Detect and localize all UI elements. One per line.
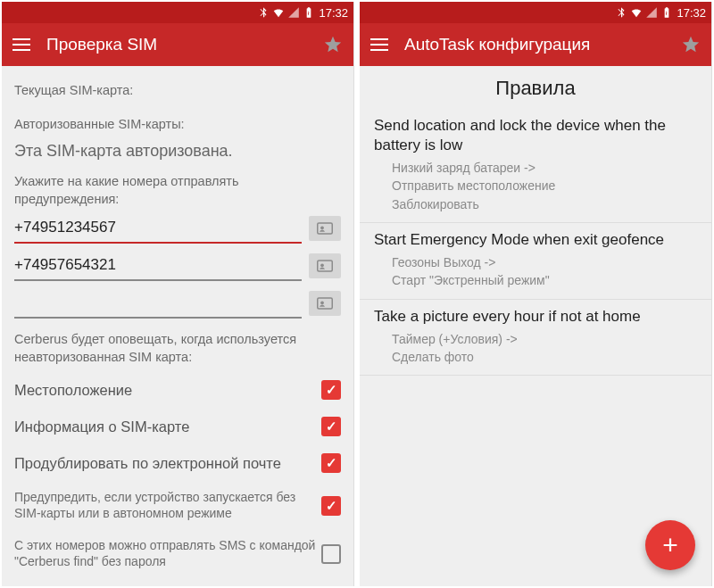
statusbar-time: 17:32 [319,6,348,20]
page-title: Проверка SIM [46,35,307,54]
checkbox[interactable] [321,496,341,516]
svg-rect-0 [318,223,333,234]
checkbox[interactable] [321,453,341,473]
svg-rect-2 [318,261,333,271]
rule-detail: Таймер (+Условия) -> Сделать фото [374,330,697,367]
page-title: AutoTask конфигурация [404,35,665,54]
screen-sim-check: 17:32 Проверка SIM Текущая SIM-карта: Ав… [2,2,354,586]
contact-picker-button[interactable] [309,216,341,241]
bluetooth-icon [615,6,627,19]
checkbox[interactable] [321,380,341,400]
check-label: Информация о SIM-карте [14,418,321,436]
check-row[interactable]: Продублировать по электронной почте [14,444,341,481]
check-row[interactable]: Предупредить, если устройство запускаетс… [14,481,341,529]
statusbar: 17:32 [2,2,353,23]
rule-item[interactable]: Start Emergency Mode when exit geofenceГ… [360,223,711,300]
notice-label: Cerberus будет оповещать, когда использу… [14,331,341,366]
svg-rect-4 [318,298,333,309]
current-sim-label: Текущая SIM-карта: [14,82,341,100]
rule-item[interactable]: Send location and lock the device when t… [360,109,711,223]
bluetooth-icon [257,6,270,19]
check-row[interactable]: Информация о SIM-карте [14,408,341,444]
svg-point-1 [320,227,324,230]
rule-title: Send location and lock the device when t… [374,116,697,155]
rule-title: Start Emergency Mode when exit geofence [374,230,697,250]
appbar: Проверка SIM [2,23,353,66]
checkbox[interactable] [321,544,341,564]
wifi-icon [272,6,285,19]
phone-input-3[interactable] [14,288,302,319]
battery-icon [303,6,315,19]
battery-icon [660,6,673,19]
statusbar: 17:32 [360,2,711,23]
screen-autotask: 17:32 AutoTask конфигурация Правила Send… [360,2,712,586]
appbar: AutoTask конфигурация [360,23,711,66]
rules-heading: Правила [360,66,711,109]
check-label: Продублировать по электронной почте [14,454,321,473]
menu-icon[interactable] [12,38,30,51]
star-icon[interactable] [323,35,343,54]
rule-detail: Низкий заряд батареи -> Отправить местоп… [374,159,697,213]
star-icon[interactable] [681,35,701,54]
contact-picker-button[interactable] [309,291,341,316]
phone-input-1[interactable] [14,213,302,244]
add-rule-fab[interactable]: + [645,520,695,570]
signal-icon [645,6,658,19]
check-label: Местоположение [14,381,321,400]
phone-input-2[interactable] [14,251,302,281]
check-row[interactable]: Местоположение [14,371,341,408]
signal-icon [287,6,300,19]
svg-point-3 [320,264,324,268]
menu-icon[interactable] [370,38,388,51]
check-row[interactable]: С этих номеров можно отправлять SMS с ко… [14,529,341,577]
statusbar-time: 17:32 [677,6,706,20]
send-alerts-label: Укажите на какие номера отправлять преду… [14,173,341,208]
contact-picker-button[interactable] [309,253,341,278]
checkbox[interactable] [321,417,341,436]
rule-detail: Геозоны Выход -> Старт "Экстренный режим… [374,253,697,290]
check-label: С этих номеров можно отправлять SMS с ко… [14,538,321,569]
check-label: Предупредить, если устройство запускаетс… [14,490,321,521]
wifi-icon [630,6,643,19]
authorized-sim-label: Авторизованные SIM-карты: [14,116,341,134]
rule-item[interactable]: Take a picture every hour if not at home… [360,300,711,377]
svg-point-5 [320,302,324,305]
authorized-status: Эта SIM-карта авторизована. [14,142,341,161]
rule-title: Take a picture every hour if not at home [374,307,697,327]
